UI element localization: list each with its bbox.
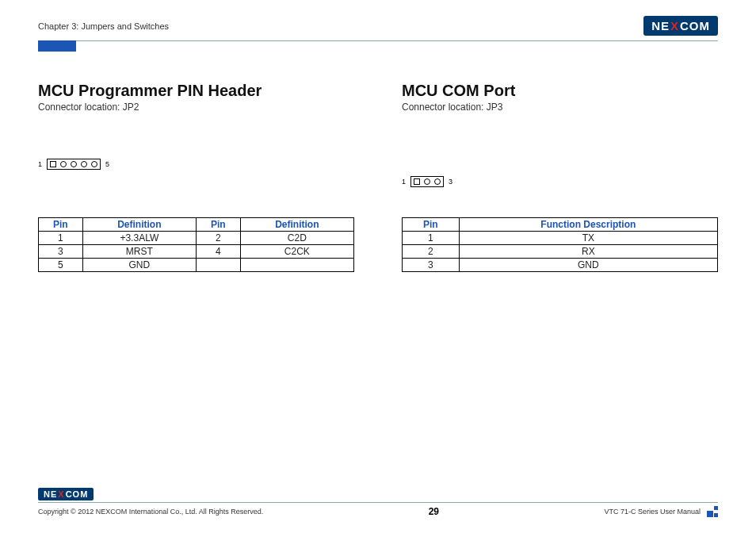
table-row: 5 GND xyxy=(39,259,354,272)
right-subtitle: Connector location: JP3 xyxy=(402,102,718,113)
table-row: 1 +3.3ALW 2 C2D xyxy=(39,232,354,245)
cell: MRST xyxy=(82,245,196,259)
header-row: Chapter 3: Jumpers and Switches NEXCOM xyxy=(38,16,718,36)
cell: 1 xyxy=(403,232,460,245)
col-pin: Pin xyxy=(403,218,460,232)
page-content: Chapter 3: Jumpers and Switches NEXCOM M… xyxy=(38,16,718,517)
cell: 4 xyxy=(196,245,240,259)
footer-logo: NEXCOM xyxy=(38,488,94,500)
right-pin-table: Pin Function Description 1 TX 2 RX 3 GND xyxy=(402,217,718,272)
pin-header-icon xyxy=(410,176,444,187)
col-pin: Pin xyxy=(39,218,83,232)
cell: C2CK xyxy=(240,245,353,259)
copyright-text: Copyright © 2012 NEXCOM International Co… xyxy=(38,508,263,516)
cell: RX xyxy=(459,245,717,259)
col-func: Function Description xyxy=(459,218,717,232)
logo: NEXCOM xyxy=(643,16,718,36)
left-title: MCU Programmer PIN Header xyxy=(38,82,354,100)
left-subtitle: Connector location: JP2 xyxy=(38,102,354,113)
pin-label-left: 1 xyxy=(402,178,406,186)
col-def: Definition xyxy=(82,218,196,232)
logo-part-right: COM xyxy=(66,489,89,499)
page-number: 29 xyxy=(429,506,439,517)
logo-part-left: NE xyxy=(44,489,57,499)
logo-part-x: X xyxy=(670,19,679,33)
pin-square-icon xyxy=(414,178,420,185)
cell: 3 xyxy=(403,259,460,272)
right-pin-diagram: 1 3 xyxy=(402,176,718,187)
cell: 2 xyxy=(403,245,460,259)
cell xyxy=(240,259,353,272)
right-column: MCU COM Port Connector location: JP3 1 3… xyxy=(402,82,718,272)
logo-part-x: X xyxy=(58,489,64,499)
pin-circle-icon xyxy=(91,161,97,167)
col-pin: Pin xyxy=(196,218,240,232)
pin-circle-icon xyxy=(434,178,441,185)
cell: 5 xyxy=(39,259,83,272)
pin-label-left: 1 xyxy=(38,160,42,168)
manual-name: VTC 71-C Series User Manual xyxy=(604,508,701,516)
right-title: MCU COM Port xyxy=(402,82,718,100)
pin-circle-icon xyxy=(71,161,77,167)
footer-squares-icon xyxy=(707,506,718,517)
col-def: Definition xyxy=(240,218,353,232)
header-tab-accent xyxy=(38,40,76,52)
left-column: MCU Programmer PIN Header Connector loca… xyxy=(38,82,354,272)
content-columns: MCU Programmer PIN Header Connector loca… xyxy=(38,82,718,272)
cell: 1 xyxy=(39,232,83,245)
cell: +3.3ALW xyxy=(82,232,196,245)
cell xyxy=(196,259,240,272)
footer-rule xyxy=(38,502,718,503)
table-header-row: Pin Function Description xyxy=(403,218,718,232)
table-row: 3 MRST 4 C2CK xyxy=(39,245,354,259)
chapter-label: Chapter 3: Jumpers and Switches xyxy=(38,21,169,31)
pin-label-right: 3 xyxy=(449,178,452,186)
cell: 3 xyxy=(39,245,83,259)
cell: C2D xyxy=(240,232,353,245)
footer-right: VTC 71-C Series User Manual xyxy=(604,506,718,517)
left-pin-table: Pin Definition Pin Definition 1 +3.3ALW … xyxy=(38,217,354,272)
cell: TX xyxy=(459,232,717,245)
table-header-row: Pin Definition Pin Definition xyxy=(39,218,354,232)
cell: 2 xyxy=(196,232,240,245)
cell: GND xyxy=(82,259,196,272)
logo-part-left: NE xyxy=(651,19,670,33)
footer: NEXCOM Copyright © 2012 NEXCOM Internati… xyxy=(38,486,718,517)
left-pin-diagram: 1 5 xyxy=(38,159,354,170)
cell: GND xyxy=(459,259,717,272)
table-row: 1 TX xyxy=(403,232,718,245)
logo-part-right: COM xyxy=(680,19,710,33)
pin-label-right: 5 xyxy=(105,160,109,168)
pin-header-icon xyxy=(47,159,101,170)
table-row: 3 GND xyxy=(403,259,718,272)
pin-circle-icon xyxy=(60,161,67,167)
footer-row: Copyright © 2012 NEXCOM International Co… xyxy=(38,506,718,517)
pin-circle-icon xyxy=(424,178,430,185)
pin-circle-icon xyxy=(81,161,87,167)
header-rule xyxy=(38,40,718,41)
table-row: 2 RX xyxy=(403,245,718,259)
pin-square-icon xyxy=(50,161,56,167)
